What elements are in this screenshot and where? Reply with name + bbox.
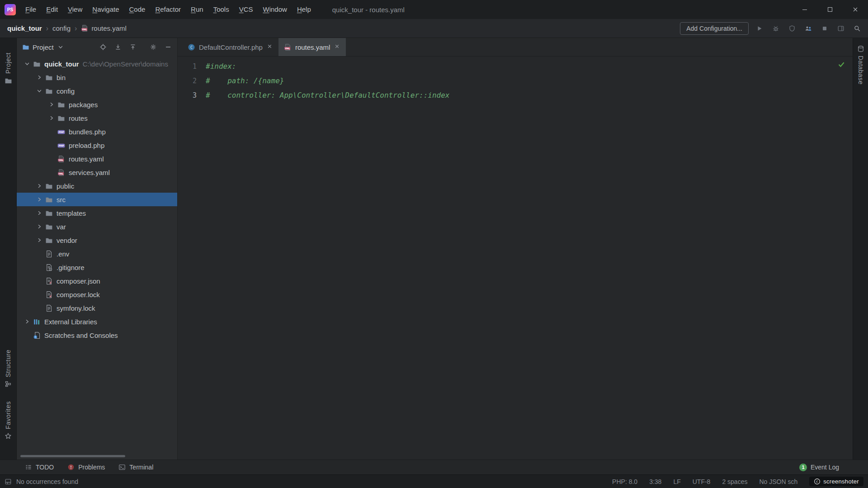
run-button[interactable] (754, 23, 765, 34)
add-configuration-button[interactable]: Add Configuration... (680, 22, 749, 35)
tree-expander[interactable] (47, 101, 57, 108)
tree-item-external-libraries[interactable]: External Libraries (17, 315, 177, 328)
tree-expander[interactable] (34, 87, 44, 95)
menu-window[interactable]: Window (258, 0, 292, 19)
tree-item-config[interactable]: config (17, 84, 177, 98)
locate-button[interactable] (98, 42, 108, 52)
coverage-button[interactable] (787, 23, 797, 34)
tool-window-button-todo[interactable]: TODO (18, 460, 61, 474)
tree-expander[interactable] (34, 237, 44, 244)
editor-tab-defaultcontroller-php[interactable]: CDefaultController.php (182, 38, 278, 56)
code-area[interactable]: #index:# path: /{name}# controller: App\… (206, 59, 449, 460)
svg-text:YML: YML (82, 28, 87, 31)
tree-item-quick-tour[interactable]: quick_tourC:\dev\OpenServer\domains (17, 57, 177, 71)
folder-icon (57, 101, 65, 109)
menu-vcs[interactable]: VCS (234, 0, 258, 19)
tree-expander[interactable] (22, 318, 32, 325)
tree-item-src[interactable]: src (17, 193, 177, 206)
menu-view[interactable]: View (63, 0, 87, 19)
folder-icon (5, 77, 12, 85)
status-message: No occurrences found (16, 478, 78, 485)
tree-item-composer-json[interactable]: composer.json (17, 274, 177, 288)
tree-item-symfony-lock[interactable]: symfony.lock (17, 301, 177, 315)
menu-navigate[interactable]: Navigate (87, 0, 124, 19)
menu-edit[interactable]: Edit (41, 0, 63, 19)
tool-window-label: Terminal (129, 464, 153, 471)
stripe-button-database[interactable]: Database (857, 45, 864, 85)
project-hscrollbar[interactable] (20, 455, 125, 457)
tree-item-scratches-and-consoles[interactable]: Scratches and Consoles (17, 328, 177, 342)
tree-item-label: External Libraries (44, 318, 97, 326)
breadcrumb-routes-yaml[interactable]: YMLroutes.yaml (81, 24, 127, 32)
breadcrumb-quick-tour[interactable]: quick_tour (7, 24, 42, 32)
tree-item-templates[interactable]: templates (17, 206, 177, 220)
tree-item-bin[interactable]: bin (17, 71, 177, 84)
collapse-all-button[interactable] (127, 42, 138, 52)
stop-button[interactable] (819, 23, 830, 34)
tree-expander[interactable] (34, 209, 44, 217)
stripe-button-favorites[interactable]: Favorites (5, 401, 12, 440)
close-tab-icon[interactable] (266, 43, 273, 51)
status-widget-3-38[interactable]: 3:38 (649, 478, 661, 485)
menu-tools[interactable]: Tools (208, 0, 234, 19)
tree-expander[interactable] (34, 74, 44, 81)
stripe-button-project[interactable]: Project (5, 52, 12, 85)
tool-window-button-terminal[interactable]: Terminal (112, 460, 160, 474)
editor-tab-routes-yaml[interactable]: YMLroutes.yaml (278, 38, 346, 56)
tool-window-button-problems[interactable]: Problems (61, 460, 112, 474)
code-line: #index: (206, 59, 449, 74)
tree-expander[interactable] (34, 196, 44, 203)
menu-file[interactable]: File (20, 0, 41, 19)
debug-icon (772, 25, 779, 32)
breadcrumb-label: quick_tour (7, 24, 42, 32)
locate-icon (99, 43, 107, 51)
status-widget-2-spaces[interactable]: 2 spaces (722, 478, 747, 485)
menu-help[interactable]: Help (292, 0, 316, 19)
tree-item-gitignore[interactable]: .gitignore (17, 261, 177, 274)
status-widget-php-8-0[interactable]: PHP: 8.0 (612, 478, 637, 485)
tree-item-routes[interactable]: routes (17, 111, 177, 125)
tree-item-bundles-php[interactable]: PHPbundles.php (17, 125, 177, 138)
menu-refactor[interactable]: Refactor (150, 0, 186, 19)
settings-button[interactable] (148, 42, 159, 52)
tree-expander[interactable] (22, 60, 32, 67)
expand-all-button[interactable] (113, 42, 123, 52)
tool-windows-icon[interactable] (5, 478, 12, 485)
tree-item-services-yaml[interactable]: YMLservices.yaml (17, 166, 177, 179)
stripe-label-project: Project (5, 52, 12, 74)
tree-item-env[interactable]: .env (17, 247, 177, 261)
tree-item-composer-lock[interactable]: composer.lock (17, 288, 177, 301)
file-icon (45, 304, 53, 312)
project-view-selector[interactable]: Project (22, 43, 64, 51)
close-tab-icon[interactable] (334, 43, 340, 51)
breadcrumb-config[interactable]: config (52, 24, 71, 32)
tree-item-routes-yaml[interactable]: YMLroutes.yaml (17, 152, 177, 166)
chev-right-icon (36, 209, 43, 217)
tree-expander[interactable] (34, 223, 44, 230)
hide-button[interactable] (163, 42, 174, 52)
tree-item-public[interactable]: public (17, 179, 177, 193)
menu-code[interactable]: Code (124, 0, 151, 19)
close-button[interactable] (843, 0, 868, 19)
search-everywhere-button[interactable] (852, 23, 863, 34)
status-widget-no-json-sch[interactable]: No JSON sch (759, 478, 797, 485)
status-widget-lf[interactable]: LF (673, 478, 680, 485)
tree-item-packages[interactable]: packages (17, 98, 177, 111)
menu-run[interactable]: Run (186, 0, 208, 19)
project-view-icon (22, 43, 29, 51)
tree-expander[interactable] (34, 182, 44, 190)
minimize-button[interactable] (792, 0, 817, 19)
status-widget-utf-8[interactable]: UTF-8 (693, 478, 711, 485)
codewithme-button[interactable] (803, 23, 814, 34)
tree-expander[interactable] (47, 114, 57, 122)
stripe-button-structure[interactable]: Structure (5, 350, 12, 388)
tree-item-vendor[interactable]: vendor (17, 233, 177, 247)
tree-item-var[interactable]: var (17, 220, 177, 233)
tree-item-preload-php[interactable]: PHPpreload.php (17, 138, 177, 152)
debug-button[interactable] (770, 23, 781, 34)
maximize-button[interactable] (817, 0, 843, 19)
event-log-button[interactable]: 1 Event Log (799, 464, 839, 471)
inspections-ok-icon[interactable] (837, 60, 845, 68)
layout-button[interactable] (835, 23, 846, 34)
svg-text:YML: YML (284, 47, 290, 49)
